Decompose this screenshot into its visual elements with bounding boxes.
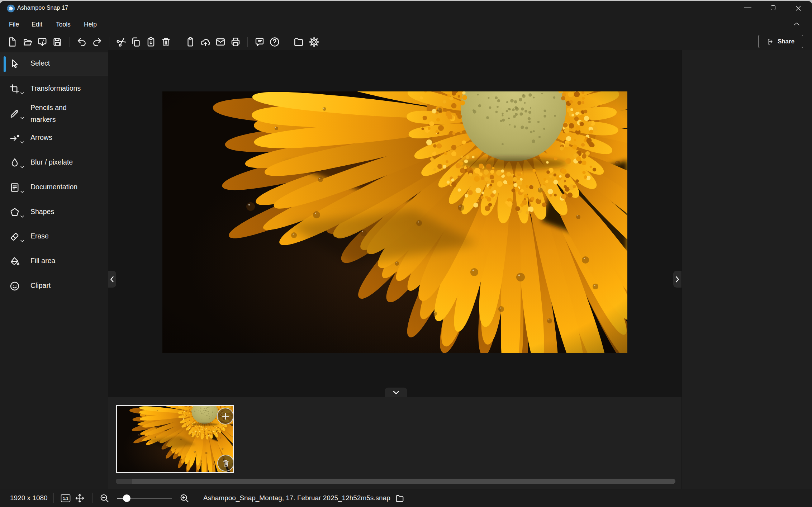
svg-text:1:1: 1:1 bbox=[63, 496, 68, 501]
